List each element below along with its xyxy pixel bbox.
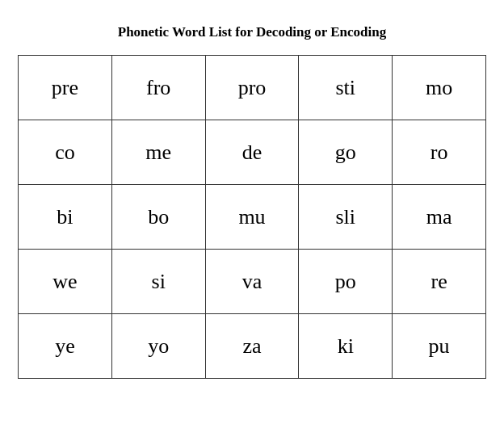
table-cell: po [299,250,393,314]
table-cell: pu [393,314,486,379]
table-row: prefroprostimo [19,56,486,120]
table-cell: mo [393,56,486,120]
page-title: Phonetic Word List for Decoding or Encod… [18,24,486,40]
table-cell: si [111,250,205,314]
table-cell: ro [393,120,486,185]
table-cell: sti [299,56,393,120]
page-container: Phonetic Word List for Decoding or Encod… [18,16,486,379]
table-cell: ye [19,314,112,379]
table-row: bibomuslima [19,185,486,250]
table-cell: fro [111,56,205,120]
table-cell: pre [19,56,112,120]
table-row: wesivapore [19,250,486,314]
table-cell: za [205,314,299,379]
table-cell: me [111,120,205,185]
table-cell: ki [299,314,393,379]
table-cell: bi [19,185,112,250]
table-cell: re [393,250,486,314]
table-cell: sli [299,185,393,250]
table-cell: ma [393,185,486,250]
table-cell: bo [111,185,205,250]
table-cell: co [19,120,112,185]
table-cell: va [205,250,299,314]
table-row: comedegoro [19,120,486,185]
table-row: yeyozakipu [19,314,486,379]
table-cell: mu [205,185,299,250]
table-cell: we [19,250,112,314]
table-cell: go [299,120,393,185]
table-cell: pro [205,56,299,120]
word-table: prefroprostimocomedegorobibomuslimawesiv… [18,55,486,379]
table-cell: yo [111,314,205,379]
table-cell: de [205,120,299,185]
